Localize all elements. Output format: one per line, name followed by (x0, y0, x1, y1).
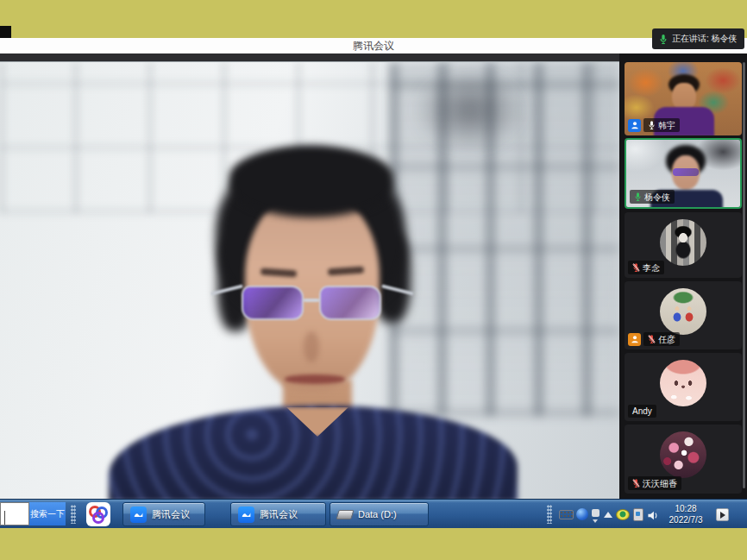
mic-muted-icon (632, 478, 640, 488)
clock-time: 10:28 (662, 503, 709, 514)
text-caret (4, 511, 5, 525)
nameplate: 韩宇 (643, 118, 680, 132)
show-hidden-icons-arrow[interactable] (604, 512, 612, 518)
glasses-lens-right (319, 286, 381, 320)
nameplate: 沃沃细香 (628, 476, 681, 490)
keyboard-tray-icon[interactable] (559, 510, 574, 519)
nameplate: 任彦 (643, 332, 680, 346)
speaker-glasses (238, 281, 386, 323)
participant-avatar (660, 219, 706, 266)
participant-avatar (660, 360, 706, 406)
taskbar-button-label: 腾讯会议 (152, 508, 190, 521)
speaking-indicator-badge: 正在讲话: 杨令侠 (652, 28, 744, 49)
speaker-volume-icon[interactable] (647, 509, 659, 520)
mic-muted-icon (648, 334, 656, 344)
taskbar-drag-handle[interactable] (71, 505, 76, 524)
tray-drag-handle[interactable] (547, 505, 552, 524)
mic-muted-icon (632, 262, 640, 273)
participant-tile-andy[interactable]: Andy (625, 353, 742, 421)
mini-tray-icon[interactable] (592, 509, 599, 517)
window-title-bar: 腾讯会议 (0, 38, 747, 53)
yellow-oval-tray-icon[interactable] (616, 509, 630, 520)
cohost-badge-icon (628, 333, 641, 346)
speaking-indicator-label: 正在讲话: 杨令侠 (672, 33, 738, 45)
taskbar-button-label: 腾讯会议 (260, 508, 298, 521)
speaking-mic-icon (659, 34, 668, 45)
mini-caret-icon (593, 519, 598, 523)
main-speaker-video (0, 62, 619, 499)
participant-glasses (673, 168, 699, 176)
participant-name: Andy (632, 406, 652, 416)
clipboard-tray-icon[interactable] (633, 508, 643, 521)
tencent-meeting-icon (238, 507, 254, 523)
participant-tile-hanyu[interactable]: 韩宇 (625, 62, 742, 135)
nameplate: 杨令侠 (630, 190, 675, 204)
sidebar-scrollbar[interactable] (743, 62, 745, 488)
screen-corner-notch (0, 26, 11, 39)
mic-on-icon (648, 120, 656, 130)
participant-avatar (660, 431, 706, 478)
taskbar-clock[interactable]: 10:28 2022/7/3 (662, 503, 709, 526)
glasses-lens-left (242, 286, 304, 320)
tencent-meeting-icon (130, 507, 147, 523)
taskbar-button-tencent-meeting-1[interactable]: 腾讯会议 (122, 502, 205, 526)
window-title: 腾讯会议 (353, 39, 394, 53)
participants-sidebar: 韩宇 杨令侠 李念 (619, 53, 747, 499)
taskbar-button-label: Data (D:) (358, 509, 397, 519)
clipboard-accent (636, 512, 640, 516)
participant-name: 沃沃细香 (643, 479, 677, 488)
mic-speaking-icon (634, 192, 642, 202)
show-desktop-button[interactable] (716, 508, 729, 521)
host-badge-icon (628, 119, 641, 132)
participant-tile-renyan[interactable]: 任彦 (625, 281, 742, 349)
meeting-window: 韩宇 杨令侠 李念 (0, 53, 747, 499)
participant-name: 任彦 (658, 335, 675, 344)
disk-drive-icon (336, 510, 354, 519)
participant-tile-linian[interactable]: 李念 (625, 212, 742, 278)
quicklaunch-rings-icon[interactable] (86, 502, 110, 526)
participant-avatar (660, 288, 706, 335)
background-shadow (414, 69, 526, 151)
clock-date: 2022/7/3 (662, 514, 709, 525)
ring-purple (92, 512, 104, 524)
taskbar: 搜索一下 腾讯会议 腾讯会议 Data (D:) 10:28 2022/7/3 (0, 499, 747, 528)
search-input[interactable] (0, 502, 29, 525)
taskbar-button-data-drive[interactable]: Data (D:) (330, 502, 429, 526)
speaker-mouth (285, 374, 345, 384)
search-button[interactable]: 搜索一下 (29, 502, 66, 525)
nameplate: Andy (628, 405, 656, 418)
participant-tile-yanglingxia-active[interactable]: 杨令侠 (625, 138, 742, 209)
glasses-bridge (304, 299, 319, 302)
taskbar-button-tencent-meeting-2[interactable]: 腾讯会议 (230, 502, 326, 526)
participant-tile-wowoxixiang[interactable]: 沃沃细香 (625, 425, 742, 494)
arrow-glyph (720, 512, 725, 519)
desktop: { "desktop": { "wallpaper_color": "#c8c3… (0, 0, 747, 560)
speaker-hair-fringe (229, 148, 393, 217)
participant-name: 杨令侠 (644, 192, 670, 202)
nameplate: 李念 (628, 261, 664, 274)
participant-name: 韩宇 (658, 121, 675, 130)
blue-sphere-tray-icon[interactable] (576, 508, 588, 520)
speaker-nose (304, 331, 319, 362)
participant-name: 李念 (643, 263, 660, 273)
